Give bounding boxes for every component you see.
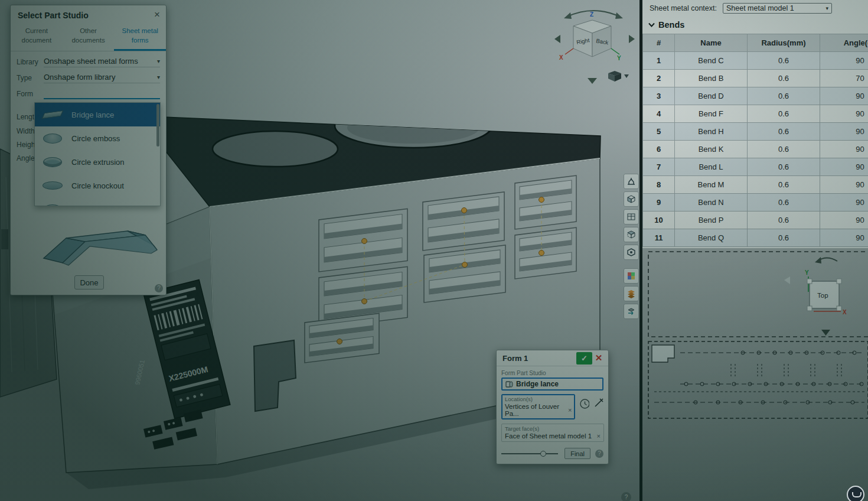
target-faces-value: Face of Sheet metal model 1 <box>505 432 592 440</box>
flat-pattern-cube-icon[interactable] <box>624 191 639 207</box>
chevron-down-icon <box>624 74 629 78</box>
slider-knob[interactable] <box>540 451 546 457</box>
bends-section-header[interactable]: Bends <box>642 14 868 33</box>
sheet-metal-context-dropdown[interactable]: Sheet metal model 1 ▾ <box>723 3 832 14</box>
scrollbar[interactable] <box>156 104 159 147</box>
flatten-cube-icon[interactable] <box>624 304 639 319</box>
history-clock-icon[interactable] <box>579 398 589 409</box>
remove-selection-icon[interactable]: × <box>566 406 572 414</box>
simplified-cube-icon[interactable] <box>624 245 639 260</box>
final-slider[interactable] <box>501 450 558 457</box>
bend-table-row[interactable]: 6 Bend K 0.6 90 <box>643 141 868 158</box>
pan-down-arrow-icon[interactable] <box>588 78 597 84</box>
form-list-item[interactable]: Circle extrusion <box>35 150 160 174</box>
bend-radius-cell: 0.6 <box>748 52 820 70</box>
library-label: Library <box>17 58 44 66</box>
flat-orientation-widget[interactable]: Y Top X <box>805 269 847 315</box>
select-part-studio-dialog: Select Part Studio × Current document Ot… <box>10 5 167 295</box>
bend-table-row[interactable]: 5 Bend H 0.6 90 <box>643 123 868 141</box>
viewport-toolbar <box>624 174 639 319</box>
form-dialog-header[interactable]: Form 1 ✓ ✕ <box>497 350 608 366</box>
bend-table-row[interactable]: 11 Bend Q 0.6 90 <box>643 229 868 247</box>
remove-selection-icon[interactable]: × <box>595 432 601 440</box>
sheet-stack-icon[interactable] <box>624 286 639 301</box>
column-header: Name <box>675 34 748 52</box>
form-search-input[interactable] <box>44 89 160 99</box>
sheet-cube-icon[interactable] <box>624 227 639 242</box>
help-chat-bubble-icon[interactable] <box>847 486 864 501</box>
bend-angle-cell: 90 <box>820 105 868 123</box>
bend-radius-cell: 0.6 <box>748 87 820 105</box>
press-brake-icon[interactable] <box>624 174 639 189</box>
louver-feature[interactable] <box>515 227 576 279</box>
form-list-item[interactable] <box>35 197 160 206</box>
form-part-studio-value: Bridge lance <box>516 380 559 388</box>
bend-table-row[interactable]: 9 Bend N 0.6 90 <box>643 194 868 212</box>
bend-angle-cell: 90 <box>820 229 868 247</box>
bend-radius-cell: 0.6 <box>748 212 820 229</box>
tab-current-document[interactable]: Current document <box>11 24 63 51</box>
sheet-metal-context-label: Sheet metal context: <box>650 4 717 12</box>
done-button[interactable]: Done <box>74 275 104 289</box>
viewport-help-icon[interactable]: ? <box>621 492 631 501</box>
form-list-item[interactable]: Bridge lance <box>35 103 160 126</box>
rotate-right-arrow-icon[interactable] <box>615 12 623 19</box>
bend-table-row[interactable]: 8 Bend M 0.6 90 <box>643 176 868 194</box>
bend-table-row[interactable]: 2 Bend B 0.6 70 <box>643 70 868 87</box>
bend-angle-cell: 90 <box>820 123 868 141</box>
locations-field[interactable]: Location(s) Vertices of Louver Pa... × <box>501 394 575 419</box>
angle-param-label: Angle <box>17 154 35 162</box>
final-button[interactable]: Final <box>564 448 590 459</box>
bend-radius-cell: 0.6 <box>748 123 820 141</box>
flat-pattern-viewport[interactable]: Y Top X <box>642 248 868 501</box>
form-part-studio-field[interactable]: Bridge lance <box>501 378 603 391</box>
pan-right-arrow-icon[interactable] <box>629 35 635 43</box>
form-list-item[interactable]: Circle emboss <box>35 126 160 150</box>
bend-table-row[interactable]: 1 Bend C 0.6 90 <box>643 52 868 70</box>
selection-wand-icon[interactable] <box>593 397 603 408</box>
close-icon[interactable]: × <box>154 11 160 19</box>
help-icon[interactable]: ? <box>595 450 603 458</box>
help-icon[interactable]: ? <box>155 284 163 292</box>
bend-name-cell: Bend N <box>675 194 748 212</box>
form-preview-3d[interactable] <box>35 211 161 270</box>
color-faces-icon[interactable] <box>624 268 639 284</box>
bend-index-cell: 2 <box>643 70 675 87</box>
target-faces-field[interactable]: Target face(s) Face of Sheet metal model… <box>501 424 604 442</box>
target-faces-label: Target face(s) <box>505 425 601 432</box>
rotate-left-arrow-icon[interactable] <box>564 12 572 19</box>
bend-table-row[interactable]: 10 Bend P 0.6 90 <box>643 212 868 229</box>
bend-table-row[interactable]: 3 Bend D 0.6 90 <box>643 87 868 105</box>
chevron-down-icon: ▾ <box>825 5 828 11</box>
chevron-down-icon: ▾ <box>157 58 160 64</box>
tab-sheet-metal-forms[interactable]: Sheet metal forms <box>114 24 166 51</box>
bend-radius-cell: 0.6 <box>748 141 820 158</box>
flat-pan-down-arrow-icon[interactable] <box>821 330 830 336</box>
bends-title: Bends <box>658 20 684 30</box>
tab-other-documents[interactable]: Other documents <box>63 24 115 51</box>
louver-feature[interactable] <box>515 175 576 229</box>
pan-left-arrow-icon[interactable] <box>554 35 560 43</box>
flat-pattern-drawing <box>648 341 868 418</box>
confirm-button[interactable]: ✓ <box>576 352 592 365</box>
bend-index-cell: 10 <box>643 212 675 229</box>
view-cube[interactable]: Right Back Z X Y <box>551 2 638 86</box>
bend-index-cell: 1 <box>643 52 675 70</box>
bend-table-row[interactable]: 4 Bend F 0.6 90 <box>643 105 868 123</box>
form-list-item[interactable]: Circle knockout <box>35 174 160 197</box>
cancel-button[interactable]: ✕ <box>592 352 605 365</box>
flat-pan-left-arrow-icon[interactable] <box>784 276 790 284</box>
locations-label: Location(s) <box>505 396 572 402</box>
bend-angle-cell: 90 <box>820 194 868 212</box>
library-dropdown[interactable]: Onshape sheet metal forms ▾ <box>44 57 160 67</box>
view-options-button[interactable] <box>608 71 629 82</box>
bend-index-cell: 8 <box>643 176 675 194</box>
bend-table-row[interactable]: 7 Bend L 0.6 90 <box>643 158 868 176</box>
bend-angle-cell: 70 <box>820 70 868 87</box>
x-axis-label: X <box>843 309 847 315</box>
bend-table-cube-icon[interactable] <box>624 209 639 225</box>
dialog-title-bar[interactable]: Select Part Studio × <box>11 5 166 21</box>
louver-feature[interactable] <box>423 192 504 250</box>
bend-angle-cell: 90 <box>820 158 868 176</box>
type-dropdown[interactable]: Onshape form library ▾ <box>44 73 160 83</box>
